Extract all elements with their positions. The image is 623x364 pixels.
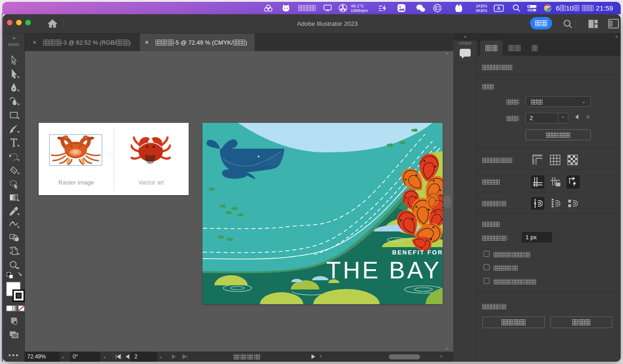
svg-text:»: »	[12, 35, 15, 40]
svg-text:A: A	[497, 6, 501, 11]
svg-text:BENEFIT FOR: BENEFIT FOR	[392, 249, 443, 256]
svg-text:THE BAY: THE BAY	[326, 257, 441, 283]
